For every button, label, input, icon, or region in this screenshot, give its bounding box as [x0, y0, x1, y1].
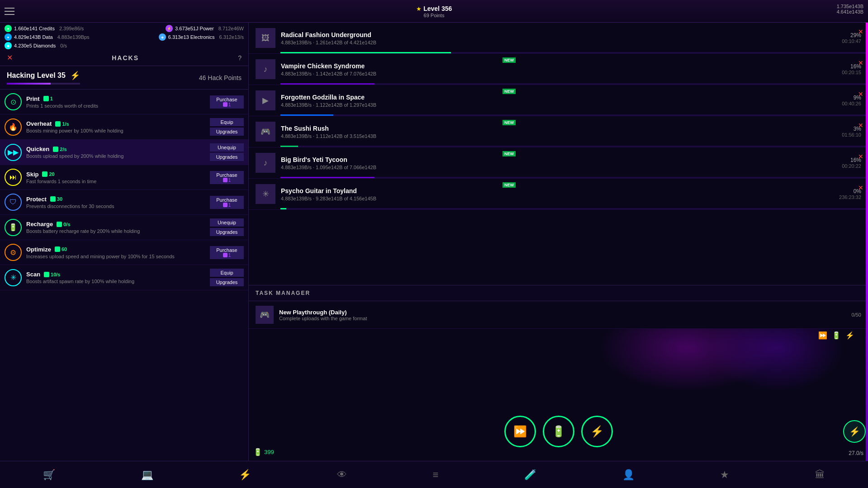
hack-skip-purchase-button[interactable]: Purchase 1 [210, 171, 244, 184]
hack-overheat-upgrades-button[interactable]: Upgrades [210, 128, 244, 136]
content-item-1-progress-fill [280, 52, 451, 53]
hack-optimize-icon: ⚙ [5, 244, 22, 261]
content-item-1-close[interactable]: ✕ [858, 28, 863, 35]
hack-protect-name: Protect 30 [26, 196, 208, 203]
hacks-title: HACKS [112, 54, 139, 62]
hack-overheat-desc: Boosts mining power by 100% while holdin… [26, 128, 208, 133]
hack-print-desc: Prints 1 seconds worth of credits [26, 103, 208, 109]
menu-button[interactable] [5, 5, 18, 18]
hack-optimize-name: Optimize 60 [26, 246, 208, 253]
hacks-close-button[interactable]: ✕ [7, 53, 13, 62]
hack-quicken-name: Quicken 2/s [26, 146, 208, 152]
hack-quicken-unequip-button[interactable]: Unequip [210, 143, 244, 152]
nav-lab[interactable]: 🧪 [517, 467, 543, 483]
new-badge-5: NEW [503, 151, 516, 156]
nav-watch[interactable]: 👁 [330, 467, 354, 483]
new-badge-4: NEW [503, 120, 516, 125]
nav-shop[interactable]: 🛒 [36, 467, 62, 483]
hack-overheat-icon: 🔥 [5, 118, 22, 136]
star-icon: ★ [416, 5, 422, 12]
hack-quicken-desc: Boosts upload speed by 200% while holdin… [26, 153, 208, 159]
main-controls: ⏩ 🔋 ⚡ [504, 416, 613, 447]
electronics-icon: ◈ [159, 33, 166, 41]
content-item-1[interactable]: 🖼 Radical Fashion Underground 4.883e139B… [249, 23, 868, 54]
hack-quicken-upgrades-button[interactable]: Upgrades [210, 153, 244, 161]
hack-item-overheat: 🔥 Overheat 1/s Boosts mining power by 10… [0, 114, 248, 140]
content-item-6[interactable]: NEW ✳ Psycho Guitar in Toyland 4.883e139… [249, 179, 868, 210]
hack-scan-cost: 10/s [44, 272, 60, 277]
new-badge-3: NEW [503, 89, 516, 94]
side-control-button[interactable]: ⚡ [843, 420, 866, 443]
lightning-mini-icon[interactable]: ⚡ [845, 331, 854, 340]
hacks-help-button[interactable]: ? [238, 54, 242, 62]
content-item-1-progress [280, 52, 868, 53]
diamonds-value: 4.230e5 Diamonds [14, 43, 56, 48]
power-rate: 8.712e46W [218, 26, 244, 31]
hack-recharge-upgrades-button[interactable]: Upgrades [210, 228, 244, 236]
content-item-3[interactable]: NEW ▶ Forgotten Godzilla in Space 4.883e… [249, 85, 868, 116]
content-list: 🖼 Radical Fashion Underground 4.883e139B… [249, 23, 868, 285]
hack-scan-equip-button[interactable]: Equip [210, 269, 244, 277]
hack-lightning-icon: ⚡ [70, 71, 80, 81]
content-item-2-time: 00:20:15 [842, 70, 861, 75]
task-manager-header: TASK MANAGER [249, 285, 868, 301]
hack-print-purchase-button[interactable]: Purchase 1 [210, 95, 244, 109]
battery-count-display: 🔋 399 [253, 448, 274, 456]
nav-hardware[interactable]: 💻 [134, 467, 160, 483]
content-item-2-info: Vampire Chicken Syndrome 4.883e139B/s · … [281, 62, 842, 76]
hack-overheat-name: Overheat 1/s [26, 120, 208, 127]
nav-profile[interactable]: 👤 [616, 467, 641, 483]
data-rate: 4.883e139Bps [57, 34, 90, 40]
task-manager: TASK MANAGER 🎮 New Playthrough (Daily) C… [249, 285, 868, 461]
content-item-4-title: The Sushi Rush [281, 125, 842, 132]
hack-item-protect: 🛡 Protect 30 Prevents disconnections for… [0, 190, 248, 215]
content-item-6-progress-fill [280, 208, 286, 209]
content-item-4-close[interactable]: ✕ [858, 122, 863, 129]
content-item-4[interactable]: NEW 🎮 The Sushi Rush 4.883e139B/s · 1.11… [249, 116, 868, 147]
control-battery-button[interactable]: 🔋 [543, 416, 574, 447]
battery-display-icon: 🔋 [253, 448, 262, 456]
level-text: Level 356 [423, 5, 452, 12]
task-item-1-info: New Playthrough (Daily) Complete uploads… [279, 309, 852, 321]
hack-print-info: Print 1 Prints 1 seconds worth of credit… [26, 95, 208, 109]
nav-archive[interactable]: 🏛 [808, 467, 832, 483]
battery-icon-optimize [55, 246, 60, 252]
content-item-5-stats: 4.883e139B/s · 1.095e142B of 7.066e142B [281, 165, 842, 170]
nav-power[interactable]: ⚡ [232, 467, 258, 483]
content-item-6-close[interactable]: ✕ [858, 184, 863, 191]
content-item-2-close[interactable]: ✕ [858, 59, 863, 66]
hack-optimize-cost: 60 [55, 246, 67, 252]
content-item-4-stats: 4.883e139B/s · 1.112e142B of 3.515e143B [281, 133, 842, 139]
credits-value: 1.660e141 Credits [14, 26, 55, 31]
task-item-1[interactable]: 🎮 New Playthrough (Daily) Complete uploa… [249, 301, 868, 329]
hack-protect-purchase-button[interactable]: Purchase 1 [210, 196, 244, 209]
bottom-nav: 🛒 💻 ⚡ 👁 ≡ 🧪 👤 ★ 🏛 [0, 461, 868, 488]
hack-overheat-equip-button[interactable]: Equip [210, 118, 244, 126]
content-item-4-progress [280, 146, 868, 147]
hack-scan-info: Scan 10/s Boosts artifact spawn rate by … [26, 271, 208, 284]
content-item-3-title: Forgotten Godzilla in Space [281, 94, 842, 101]
hack-overheat-actions: Equip Upgrades [210, 118, 244, 136]
content-item-5-close[interactable]: ✕ [858, 153, 863, 160]
content-item-3-close[interactable]: ✕ [858, 90, 863, 98]
power-nav-icon: ⚡ [239, 469, 251, 481]
hack-overheat-cost: 1/s [55, 121, 69, 127]
content-item-2-progress [280, 83, 868, 85]
battery-icon-skip [42, 171, 47, 177]
level-badge: ★ Level 356 69 Points [416, 5, 452, 18]
hack-scan-upgrades-button[interactable]: Upgrades [210, 278, 244, 286]
control-lightning-button[interactable]: ⚡ [581, 416, 613, 447]
hack-recharge-unequip-button[interactable]: Unequip [210, 218, 244, 227]
nav-layers[interactable]: ≡ [426, 467, 446, 483]
nav-star[interactable]: ★ [713, 467, 736, 483]
right-accent [866, 23, 868, 461]
battery-icon-quicken [53, 147, 58, 152]
content-item-2[interactable]: NEW ♪ Vampire Chicken Syndrome 4.883e139… [249, 54, 868, 85]
fast-forward-mini-icon[interactable]: ⏩ [818, 331, 827, 340]
battery-mini-icon[interactable]: 🔋 [832, 331, 841, 340]
layers-icon: ≡ [433, 469, 439, 481]
content-item-5[interactable]: NEW ♪ Big Bird's Yeti Tycoon 4.883e139B/… [249, 147, 868, 179]
battery-count-value: 399 [264, 449, 274, 455]
hack-optimize-purchase-button[interactable]: Purchase 1 [210, 246, 244, 259]
control-fast-forward-button[interactable]: ⏩ [504, 416, 536, 447]
